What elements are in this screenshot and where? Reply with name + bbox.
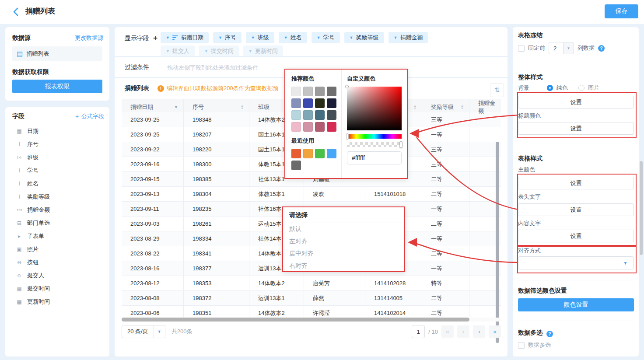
color-swatch[interactable] <box>327 98 336 108</box>
color-swatch[interactable] <box>303 149 313 158</box>
display-field-chip-disabled[interactable]: ▼ 提交人 <box>161 45 195 57</box>
page-input[interactable] <box>412 325 425 338</box>
alpha-thumb[interactable] <box>399 141 402 148</box>
color-swatch[interactable] <box>315 98 325 108</box>
display-field-chip[interactable]: ▼ 姓名 <box>279 32 307 43</box>
display-field-chip[interactable]: ▼ 捐赠金额 <box>388 32 428 43</box>
field-item[interactable]: 123 捐赠金额 <box>12 203 106 217</box>
help-icon[interactable]: ? <box>546 331 553 337</box>
next-page-button[interactable]: › <box>473 325 485 338</box>
prev-page-button[interactable]: ‹ <box>457 325 469 338</box>
radio-solid-color[interactable] <box>547 85 553 91</box>
page-size-select[interactable]: 20 条/页 ▼ <box>122 325 165 338</box>
field-item[interactable]: ▣ 照片 <box>12 243 106 256</box>
color-settings-button[interactable]: 颜色设置 <box>518 298 634 311</box>
chevron-down-icon[interactable]: ▼ <box>317 35 321 40</box>
table-sort-button[interactable]: ⇅ <box>490 83 504 97</box>
chevron-down-icon[interactable]: ▼ <box>166 49 170 53</box>
field-item[interactable]: Ⅰ 序号 <box>12 138 106 151</box>
report-permission-button[interactable]: 报表权限 <box>12 80 102 93</box>
filter-dropzone[interactable]: 拖动左侧字段到此处来添加过滤条件 <box>167 64 258 72</box>
align-select[interactable]: ▼ <box>518 256 634 269</box>
sort-both-icon[interactable]: ▲▼ <box>413 105 416 110</box>
add-display-field-button[interactable]: ＋ <box>152 34 159 43</box>
chevron-down-icon[interactable]: ▼ <box>166 35 170 40</box>
display-field-chip[interactable]: ▼ 学号 <box>312 32 340 43</box>
field-item[interactable]: ☺ 提交人 <box>12 269 106 282</box>
alpha-slider[interactable] <box>347 142 402 147</box>
title-color-set-button[interactable]: 设置 <box>518 122 634 135</box>
display-field-chip[interactable]: ▼ 序号 <box>213 32 242 43</box>
hue-thumb[interactable] <box>346 133 349 140</box>
chevron-down-icon[interactable]: ▼ <box>251 35 255 40</box>
chevron-down-icon[interactable]: ▼ <box>218 35 222 40</box>
chevron-down-icon[interactable]: ▼ <box>204 49 208 53</box>
color-swatch[interactable] <box>315 110 325 120</box>
header-text-set-button[interactable]: 设置 <box>518 203 634 216</box>
color-swatch[interactable] <box>291 149 301 158</box>
align-option[interactable]: 右对齐 <box>283 260 404 272</box>
field-item[interactable]: ▦ 日期 <box>12 125 106 138</box>
panel-scrollbar[interactable] <box>640 161 643 255</box>
formula-field-link[interactable]: ＋ 公式字段 <box>74 112 104 120</box>
sort-desc-icon[interactable]: ▼ <box>174 105 178 109</box>
sort-both-icon[interactable]: ▲▼ <box>241 105 244 110</box>
align-option[interactable]: 默认 <box>283 223 404 235</box>
color-swatch[interactable] <box>303 87 313 96</box>
field-item[interactable]: ▦ 更新时间 <box>12 295 106 308</box>
color-swatch[interactable] <box>291 161 301 170</box>
color-swatch[interactable] <box>327 122 336 132</box>
first-page-button[interactable]: « <box>441 325 454 338</box>
hue-slider[interactable] <box>347 134 402 139</box>
color-swatch[interactable] <box>291 87 301 96</box>
theme-color-set-button[interactable]: 设置 <box>518 177 634 189</box>
freeze-checkbox[interactable] <box>518 45 525 52</box>
radio-image[interactable] <box>578 85 584 91</box>
color-swatch[interactable] <box>303 98 313 108</box>
display-field-chip-disabled[interactable]: ▼ 更新时间 <box>243 45 283 57</box>
color-swatch[interactable] <box>327 110 336 120</box>
align-option[interactable]: 左对齐 <box>283 235 404 248</box>
color-marker[interactable] <box>345 85 349 88</box>
field-item[interactable]: Ⅰ 姓名 <box>12 177 106 190</box>
field-item[interactable]: ⊟ 部门单选 <box>12 217 106 230</box>
help-icon[interactable]: ? <box>598 45 605 52</box>
chevron-down-icon[interactable]: ▼ <box>248 49 252 53</box>
color-swatch[interactable] <box>303 122 313 132</box>
datasource-item[interactable]: ▤ 捐赠列表 <box>12 46 102 61</box>
field-item[interactable]: Ⅰ 学号 <box>12 164 106 177</box>
color-swatch[interactable] <box>327 149 336 158</box>
color-swatch[interactable] <box>291 110 301 120</box>
color-swatch[interactable] <box>303 110 313 120</box>
multi-select-checkbox[interactable] <box>518 342 525 349</box>
color-swatch[interactable] <box>327 87 336 96</box>
display-field-chip[interactable]: ▼ 班级 <box>246 32 274 43</box>
last-page-button[interactable]: » <box>489 325 501 338</box>
back-icon[interactable] <box>11 7 21 17</box>
align-option[interactable]: 居中对齐 <box>283 248 404 260</box>
field-item[interactable]: ⊡ 班级 <box>12 151 106 164</box>
chevron-down-icon[interactable]: ▼ <box>394 35 398 40</box>
chevron-down-icon[interactable]: ▼ <box>284 35 288 40</box>
field-item[interactable]: ⊖ 按钮 <box>12 256 106 269</box>
color-swatch[interactable] <box>315 87 325 96</box>
chevron-down-icon[interactable]: ▼ <box>350 35 354 40</box>
color-swatch[interactable] <box>315 122 325 132</box>
saturation-value-area[interactable] <box>347 87 402 130</box>
field-item[interactable]: ▸ 子表单 <box>12 230 106 243</box>
background-color-set-button[interactable]: 设置 <box>518 96 634 108</box>
color-swatch[interactable] <box>291 122 301 132</box>
color-swatch[interactable] <box>291 98 301 108</box>
horizontal-scrollbar[interactable] <box>122 318 469 322</box>
change-datasource-link[interactable]: 更改数据源 <box>75 34 103 42</box>
field-item[interactable]: Ⅰ 奖励等级 <box>12 190 106 203</box>
display-field-chip[interactable]: ▼ 奖励等级 <box>344 32 384 43</box>
hex-color-input[interactable] <box>347 151 402 164</box>
vertical-scrollbar[interactable] <box>496 142 499 343</box>
display-field-chip-disabled[interactable]: ▼ 提交时间 <box>199 45 239 57</box>
save-button[interactable]: 保存 <box>605 4 638 18</box>
sort-both-icon[interactable]: ▲▼ <box>461 105 464 110</box>
content-text-set-button[interactable]: 设置 <box>518 230 634 242</box>
freeze-count-select[interactable]: 2 ▼ <box>549 42 574 54</box>
color-swatch[interactable] <box>315 149 325 158</box>
